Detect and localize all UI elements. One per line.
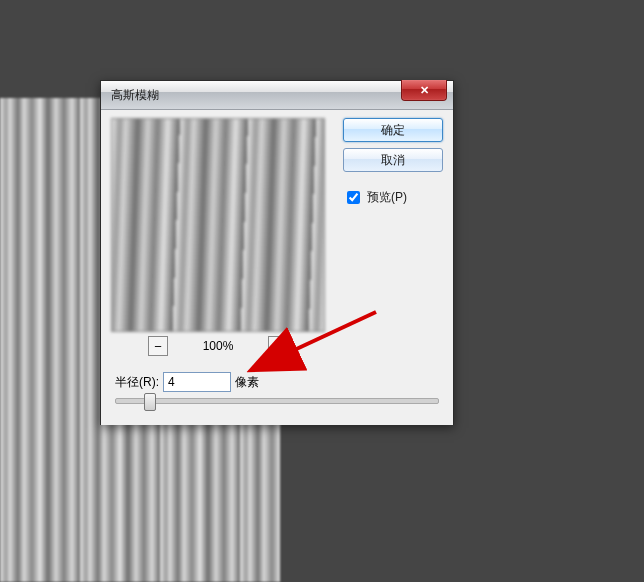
radius-label: 半径(R): (115, 374, 159, 391)
effect-preview[interactable] (111, 118, 325, 332)
cancel-button[interactable]: 取消 (343, 148, 443, 172)
ok-button-label: 确定 (381, 122, 405, 139)
zoom-level-label: 100% (196, 339, 240, 353)
dialog-body: − 100% + 确定 取消 预览(P) 半径(R): 像素 (101, 110, 453, 425)
zoom-controls: − 100% + (111, 336, 325, 356)
zoom-out-button[interactable]: − (148, 336, 168, 356)
preview-checkbox-label: 预览(P) (367, 189, 407, 206)
radius-input[interactable] (163, 372, 231, 392)
radius-slider-thumb[interactable] (144, 393, 156, 411)
preview-checkbox-row[interactable]: 预览(P) (343, 188, 443, 207)
cancel-button-label: 取消 (381, 152, 405, 169)
radius-slider[interactable] (115, 398, 439, 404)
close-icon: ✕ (420, 84, 429, 97)
minus-icon: − (154, 340, 162, 353)
plus-icon: + (274, 340, 282, 353)
gaussian-blur-dialog: 高斯模糊 ✕ − 100% + 确定 取消 预览(P) (100, 80, 454, 425)
radius-unit-label: 像素 (235, 374, 259, 391)
zoom-in-button[interactable]: + (268, 336, 288, 356)
dialog-title: 高斯模糊 (101, 87, 159, 104)
dialog-buttons-panel: 确定 取消 预览(P) (343, 118, 443, 207)
radius-row: 半径(R): 像素 (115, 372, 259, 392)
dialog-titlebar[interactable]: 高斯模糊 ✕ (101, 81, 453, 110)
preview-checkbox[interactable] (347, 191, 360, 204)
close-button[interactable]: ✕ (401, 80, 447, 101)
ok-button[interactable]: 确定 (343, 118, 443, 142)
